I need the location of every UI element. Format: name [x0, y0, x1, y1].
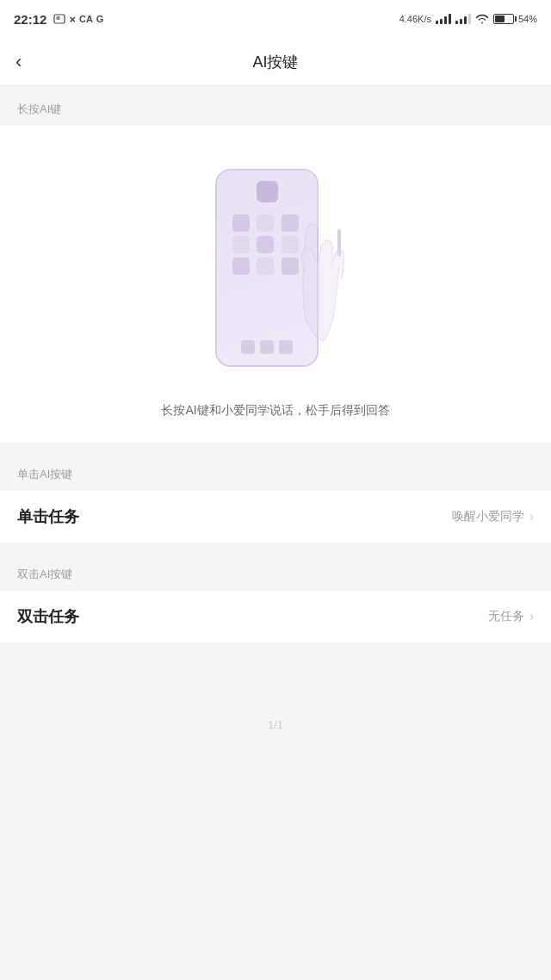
battery-percent: 54% — [518, 14, 537, 24]
long-press-description: 长按AI键和小爱同学说话，松手后得到回答 — [135, 403, 415, 419]
single-click-label: 单击任务 — [17, 506, 79, 527]
double-click-section-header: 双击AI按键 — [0, 551, 551, 591]
ca-icon: CA — [79, 14, 93, 24]
long-press-section-header: 长按AI键 — [0, 86, 551, 126]
long-press-illustration-area: 长按AI键和小爱同学说话，松手后得到回答 — [0, 126, 551, 443]
camera-placeholder — [257, 181, 278, 202]
single-click-value-container: 唤醒小爱同学 › — [452, 509, 534, 524]
notification-icons: × CA G — [53, 13, 103, 26]
status-time: 22:12 × CA G — [14, 12, 103, 27]
double-click-row[interactable]: 双击任务 无任务 › — [0, 591, 551, 642]
single-click-chevron: › — [529, 509, 534, 524]
pagination: 1/1 — [0, 694, 551, 755]
time-text: 22:12 — [14, 12, 46, 27]
phone-illustration — [207, 152, 344, 393]
app-icon-1 — [232, 214, 250, 232]
screenshot-icon — [53, 13, 65, 25]
app-icon-8 — [257, 257, 274, 275]
double-click-section: 双击任务 无任务 › — [0, 591, 551, 642]
g-icon: G — [96, 14, 104, 24]
app-icon-9 — [282, 257, 299, 275]
app-icon-4 — [232, 236, 250, 253]
network-speed: 4.46K/s — [399, 14, 431, 24]
app-icon-3 — [282, 214, 299, 232]
double-click-value: 无任务 — [488, 609, 524, 624]
main-content: 长按AI键 — [0, 86, 551, 755]
wifi-icon — [475, 14, 489, 24]
back-button[interactable]: ‹ — [15, 53, 22, 71]
single-click-section: 单击任务 唤醒小爱同学 › — [0, 491, 551, 543]
status-right-icons: 4.46K/s 54% — [399, 14, 537, 24]
hand-illustration — [297, 186, 344, 358]
double-click-label: 双击任务 — [17, 606, 79, 627]
icon-x: × — [69, 13, 76, 26]
app-icon-7 — [232, 257, 250, 275]
divider-3 — [0, 642, 551, 694]
double-click-value-container: 无任务 › — [488, 609, 534, 624]
pagination-text: 1/1 — [268, 718, 283, 731]
battery-indicator: 54% — [493, 14, 537, 24]
app-icon-6 — [282, 236, 299, 253]
signal-icon-2 — [455, 14, 471, 24]
dock-icon-3 — [279, 340, 293, 354]
nav-bar: ‹ AI按键 — [0, 38, 551, 86]
hand-svg — [297, 186, 344, 358]
app-icons-grid — [232, 214, 301, 275]
single-click-value: 唤醒小爱同学 — [452, 509, 524, 524]
status-bar: 22:12 × CA G 4.46K/s — [0, 0, 551, 38]
phone-top-area — [257, 181, 278, 206]
phone-dock-area — [241, 340, 293, 358]
signal-icon — [436, 14, 451, 24]
divider-1 — [0, 443, 551, 451]
app-icon-5 — [257, 236, 274, 253]
single-click-section-header: 单击AI按键 — [0, 451, 551, 491]
dock-icon-2 — [260, 340, 274, 354]
app-icon-2 — [257, 214, 274, 232]
dock-icon-1 — [241, 340, 255, 354]
single-click-row[interactable]: 单击任务 唤醒小爱同学 › — [0, 491, 551, 543]
divider-2 — [0, 543, 551, 551]
svg-rect-1 — [57, 16, 60, 20]
page-title: AI按键 — [252, 52, 298, 72]
double-click-chevron: › — [529, 609, 534, 624]
